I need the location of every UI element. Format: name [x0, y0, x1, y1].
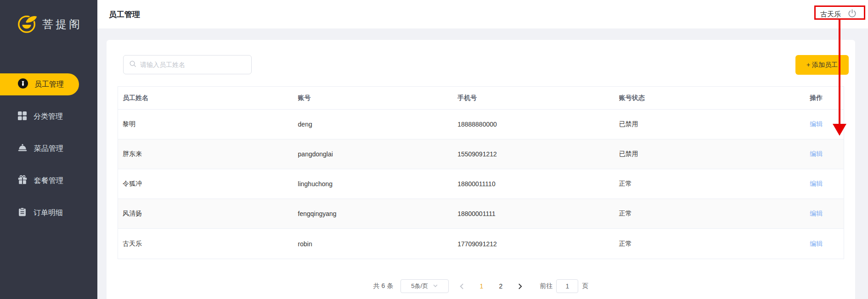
cell-phone: 17709091212 [453, 240, 614, 248]
chevron-left-icon[interactable] [455, 283, 468, 289]
cell-account: pangdonglai [293, 150, 453, 158]
employee-icon [17, 78, 28, 91]
add-employee-button[interactable]: + 添加员工 [795, 55, 849, 75]
sidebar-item-label: 订单明细 [34, 208, 63, 218]
cell-status: 正常 [614, 180, 806, 188]
table-row: 令狐冲 linghuchong 18800011110 正常 编辑 [118, 169, 844, 199]
main-area: 员工管理 古天乐 [97, 0, 868, 299]
sidebar-item-employee[interactable]: 员工管理 [0, 68, 97, 100]
sidebar-item-dish[interactable]: 菜品管理 [0, 133, 97, 165]
goto-page-input[interactable] [556, 279, 578, 293]
sidebar-item-combo[interactable]: 套餐管理 [0, 165, 97, 197]
goto-suffix: 页 [582, 282, 588, 290]
column-header-phone: 手机号 [453, 94, 614, 102]
sidebar-item-orders[interactable]: 订单明细 [0, 197, 97, 229]
content-card: + 添加员工 员工姓名 账号 手机号 账号状态 操作 黎明 deng 18888… [107, 40, 855, 299]
cell-status: 正常 [614, 210, 806, 218]
sidebar-item-label: 菜品管理 [34, 144, 63, 154]
goto-page: 前往 页 [540, 279, 588, 293]
logo-leaf-cup-icon [17, 13, 38, 36]
sidebar-menu: 员工管理 分类管理 [0, 68, 97, 229]
edit-link[interactable]: 编辑 [810, 120, 823, 127]
toolbar: + 添加员工 [118, 40, 844, 86]
sidebar-item-category[interactable]: 分类管理 [0, 100, 97, 133]
sidebar-item-label: 套餐管理 [34, 176, 63, 186]
goto-label: 前往 [540, 282, 552, 290]
sidebar-item-label: 分类管理 [34, 112, 63, 122]
sidebar-item-label: 员工管理 [34, 80, 64, 89]
cell-status: 正常 [614, 240, 806, 248]
page-number-2[interactable]: 2 [494, 282, 507, 290]
page-title: 员工管理 [109, 9, 140, 20]
category-grid-icon [17, 111, 27, 122]
cell-name: 黎明 [118, 120, 293, 128]
power-icon[interactable] [847, 9, 857, 20]
employee-table: 员工姓名 账号 手机号 账号状态 操作 黎明 deng 18888880000 … [118, 86, 844, 259]
edit-link[interactable]: 编辑 [810, 210, 823, 217]
table-row: 古天乐 robin 17709091212 正常 编辑 [118, 229, 844, 259]
column-header-actions: 操作 [805, 94, 844, 102]
cell-account: linghuchong [293, 180, 453, 188]
page-number-1[interactable]: 1 [475, 282, 488, 290]
cell-name: 胖东来 [118, 150, 293, 158]
logo: 菩提阁 [0, 0, 97, 68]
search-input[interactable] [140, 61, 246, 68]
cell-name: 令狐冲 [118, 180, 293, 188]
edit-link[interactable]: 编辑 [810, 180, 823, 187]
topbar: 员工管理 古天乐 [97, 0, 868, 28]
cell-status: 已禁用 [614, 150, 806, 158]
user-area: 古天乐 [820, 9, 859, 20]
cell-phone: 15509091212 [453, 150, 614, 158]
combo-gift-icon [17, 175, 28, 187]
table-header-row: 员工姓名 账号 手机号 账号状态 操作 [118, 87, 844, 110]
pagination-total: 共 6 条 [373, 282, 394, 290]
app-window: 菩提阁 员工管理 [0, 0, 868, 299]
table-row: 风清扬 fengqingyang 18800001111 正常 编辑 [118, 199, 844, 229]
chevron-right-icon[interactable] [513, 283, 527, 289]
search-box [123, 55, 252, 74]
logo-text: 菩提阁 [42, 17, 82, 32]
sidebar: 菩提阁 员工管理 [0, 0, 97, 299]
cell-account: deng [293, 121, 453, 128]
cell-phone: 18800001111 [453, 210, 614, 217]
column-header-status: 账号状态 [614, 94, 806, 102]
edit-link[interactable]: 编辑 [810, 150, 823, 157]
page-size-select[interactable]: 5条/页 [400, 279, 449, 293]
dish-icon [17, 143, 28, 155]
chevron-down-icon [433, 283, 438, 290]
cell-phone: 18800011110 [453, 180, 614, 188]
cell-account: fengqingyang [293, 210, 453, 217]
table-row: 黎明 deng 18888880000 已禁用 编辑 [118, 110, 844, 139]
table-row: 胖东来 pangdonglai 15509091212 已禁用 编辑 [118, 139, 844, 169]
user-name: 古天乐 [820, 10, 841, 19]
pagination: 共 6 条 5条/页 1 2 [118, 279, 844, 293]
column-header-account: 账号 [293, 94, 453, 102]
cell-name: 风清扬 [118, 210, 293, 218]
cell-name: 古天乐 [118, 240, 293, 248]
cell-status: 已禁用 [614, 120, 806, 128]
column-header-name: 员工姓名 [118, 94, 293, 102]
cell-phone: 18888880000 [453, 121, 614, 128]
search-icon [129, 60, 136, 69]
cell-account: robin [293, 240, 453, 248]
page-size-label: 5条/页 [411, 282, 428, 290]
order-clipboard-icon [17, 207, 27, 219]
edit-link[interactable]: 编辑 [810, 240, 823, 247]
